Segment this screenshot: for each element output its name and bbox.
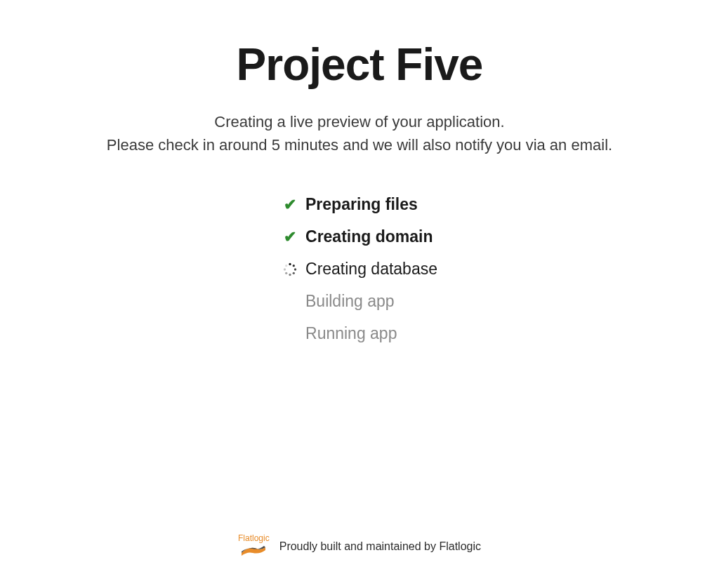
subtitle-line-2: Please check in around 5 minutes and we … [107,133,612,156]
subtitle-block: Creating a live preview of your applicat… [107,110,612,156]
main-container: Project Five Creating a live preview of … [0,0,719,343]
svg-point-6 [284,268,286,270]
svg-point-5 [285,272,287,274]
step-label: Running app [305,324,397,343]
footer-brand-text: Flatlogic [238,533,270,543]
subtitle-line-1: Creating a live preview of your applicat… [107,110,612,133]
check-icon: ✔ [282,228,298,246]
page-title: Project Five [237,39,483,91]
svg-point-0 [289,262,291,265]
svg-point-3 [293,272,295,274]
footer-logo: Flatlogic [238,533,270,560]
step-label: Building app [305,292,395,311]
svg-point-1 [293,265,295,267]
footer: Flatlogic Proudly built and maintained b… [0,533,719,560]
step-creating-database: Creating database [282,260,437,279]
step-creating-domain: ✔ Creating domain [282,227,433,246]
step-running-app: Running app [282,324,397,343]
step-label: Preparing files [305,195,418,214]
spinner-icon [282,261,298,278]
check-icon: ✔ [282,196,298,214]
flatlogic-icon [240,544,267,560]
step-label: Creating domain [305,227,433,246]
svg-point-4 [289,273,291,275]
step-building-app: Building app [282,292,395,311]
svg-point-2 [294,268,296,270]
svg-point-7 [285,265,287,267]
step-preparing-files: ✔ Preparing files [282,195,418,214]
footer-text: Proudly built and maintained by Flatlogi… [279,540,481,553]
step-label: Creating database [305,260,437,279]
steps-list: ✔ Preparing files ✔ Creating domain [282,195,437,343]
